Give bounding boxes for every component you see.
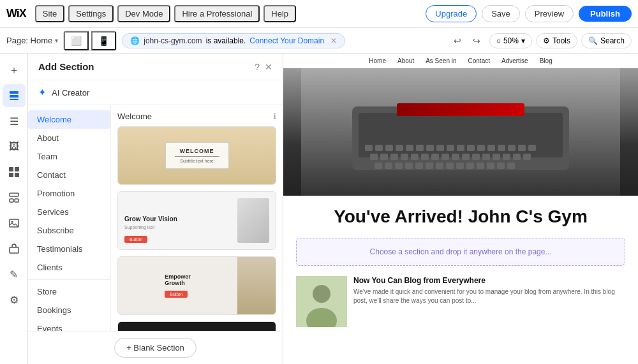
sidebar-settings-button[interactable]: ⚙ <box>3 288 26 311</box>
nav-hire-pro[interactable]: Hire a Professional <box>174 5 260 22</box>
save-button[interactable]: Save <box>482 5 520 22</box>
svg-rect-57 <box>446 163 454 169</box>
template-thumb-3: EmpowerGrowth Button <box>118 257 276 314</box>
domain-close-icon[interactable]: ✕ <box>330 36 337 45</box>
site-nav-contact: Contact <box>468 57 490 64</box>
template-card-dark-welcome[interactable]: Welcometo Our Site Button texthere <box>117 321 276 331</box>
sidebar-store-button[interactable] <box>3 237 26 260</box>
svg-rect-2 <box>10 99 19 100</box>
nav-site[interactable]: Site <box>35 5 64 22</box>
site-nav-home: Home <box>369 57 386 64</box>
search-button[interactable]: 🔍 Search <box>581 33 632 48</box>
svg-rect-26 <box>457 145 464 151</box>
main-area: ＋ ☰ 🖼 <box>0 54 638 364</box>
svg-rect-24 <box>436 145 444 151</box>
svg-rect-44 <box>472 154 480 160</box>
nav-help[interactable]: Help <box>263 5 296 22</box>
panel-body: Welcome About Team Contact Promotion Ser… <box>28 105 283 331</box>
template-card-empower[interactable]: EmpowerGrowth Button <box>117 256 276 315</box>
sidebar-apps-button[interactable] <box>3 161 26 184</box>
redo-button[interactable]: ↪ <box>468 33 486 49</box>
zoom-chevron-icon: ▾ <box>521 36 525 45</box>
sidebar-elements-button[interactable] <box>3 186 26 209</box>
cat-item-testimonials[interactable]: Testimonials <box>28 240 110 258</box>
svg-point-65 <box>313 285 330 303</box>
sections-icon <box>8 90 20 101</box>
nav-dev-mode[interactable]: Dev Mode <box>117 5 170 22</box>
blog-person-svg <box>296 276 347 327</box>
svg-rect-33 <box>528 145 536 151</box>
templates-label-text: Welcome <box>117 112 152 121</box>
template-1-title: WELCOME <box>175 148 219 154</box>
drop-zone: Choose a section and drop it anywhere on… <box>296 238 625 266</box>
domain-available-text: is available. <box>206 36 246 45</box>
template-card-grow-vision[interactable]: Grow Your Vision Supporting text Button <box>117 191 276 250</box>
page-selector[interactable]: Page: Home ▾ <box>6 36 58 45</box>
blank-section-button[interactable]: + Blank Section <box>114 338 197 358</box>
search-label: Search <box>600 36 625 45</box>
template-2-button: Button <box>124 236 147 243</box>
upgrade-button[interactable]: Upgrade <box>426 5 477 22</box>
preview-button[interactable]: Preview <box>525 5 574 22</box>
template-card-welcome-box[interactable]: WELCOME Subtitle text here <box>117 126 276 185</box>
svg-rect-23 <box>426 145 434 151</box>
svg-rect-63 <box>507 163 515 169</box>
undo-button[interactable]: ↩ <box>449 33 466 49</box>
info-icon[interactable]: ℹ <box>273 112 276 121</box>
cat-item-team[interactable]: Team <box>28 147 110 166</box>
cat-item-about[interactable]: About <box>28 129 110 147</box>
sidebar-pages-button[interactable]: ☰ <box>3 110 26 133</box>
svg-rect-35 <box>380 154 388 160</box>
template-1-box: WELCOME Subtitle text here <box>165 142 229 169</box>
cat-item-contact[interactable]: Contact <box>28 166 110 184</box>
mobile-view-icon[interactable]: 📱 <box>91 31 116 50</box>
site-nav: Home About As Seen in Contact Advertise … <box>283 54 638 68</box>
cat-item-welcome[interactable]: Welcome <box>28 110 110 129</box>
cat-item-clients[interactable]: Clients <box>28 258 110 277</box>
svg-rect-17 <box>365 145 373 151</box>
template-2-heading: Grow Your Vision <box>124 215 237 222</box>
svg-rect-53 <box>405 163 413 169</box>
svg-rect-19 <box>385 145 393 151</box>
svg-rect-37 <box>401 154 408 160</box>
svg-rect-46 <box>493 154 500 160</box>
blog-section: Now You Can Blog from Everywhere We've m… <box>283 271 638 332</box>
category-divider <box>28 279 110 280</box>
site-nav-blog: Blog <box>540 57 553 64</box>
tools-button[interactable]: ⚙ Tools <box>536 33 577 48</box>
panel-help-icon[interactable]: ? <box>255 62 260 72</box>
panel-header: Add Section ? ✕ <box>28 54 283 80</box>
typewriter-svg <box>283 68 638 196</box>
blog-image <box>296 276 347 327</box>
sidebar-image-button[interactable] <box>3 212 26 235</box>
cat-item-bookings[interactable]: Bookings <box>28 301 110 319</box>
svg-rect-58 <box>456 163 464 169</box>
search-icon: 🔍 <box>588 36 598 45</box>
svg-rect-60 <box>477 163 484 169</box>
desktop-view-icon[interactable]: ⬜ <box>64 31 89 50</box>
sidebar-media-button[interactable]: 🖼 <box>3 135 26 158</box>
cat-item-promotion[interactable]: Promotion <box>28 184 110 203</box>
cat-item-store[interactable]: Store <box>28 282 110 301</box>
cat-item-events[interactable]: Events <box>28 319 110 331</box>
svg-rect-5 <box>9 173 13 177</box>
site-nav-advertise: Advertise <box>501 57 528 64</box>
cat-item-subscribe[interactable]: Subscribe <box>28 221 110 240</box>
svg-rect-32 <box>518 145 526 151</box>
panel-close-icon[interactable]: ✕ <box>265 62 272 72</box>
svg-rect-54 <box>415 163 423 169</box>
sidebar-blog-button[interactable]: ✎ <box>3 263 26 286</box>
publish-button[interactable]: Publish <box>579 6 632 22</box>
cat-item-services[interactable]: Services <box>28 203 110 221</box>
hero-image <box>283 68 638 196</box>
nav-settings[interactable]: Settings <box>68 5 114 22</box>
sidebar-sections-button[interactable] <box>3 84 26 107</box>
svg-rect-43 <box>462 154 470 160</box>
svg-rect-61 <box>487 163 494 169</box>
site-headline: You've Arrived! John C's Gym <box>283 196 638 233</box>
ai-creator-bar[interactable]: ✦ AI Creator <box>28 80 283 105</box>
connect-domain-link[interactable]: Connect Your Domain <box>249 36 324 45</box>
zoom-button[interactable]: ○ 50% ▾ <box>489 33 532 48</box>
sidebar-add-button[interactable]: ＋ <box>3 59 26 82</box>
svg-rect-38 <box>411 154 419 160</box>
